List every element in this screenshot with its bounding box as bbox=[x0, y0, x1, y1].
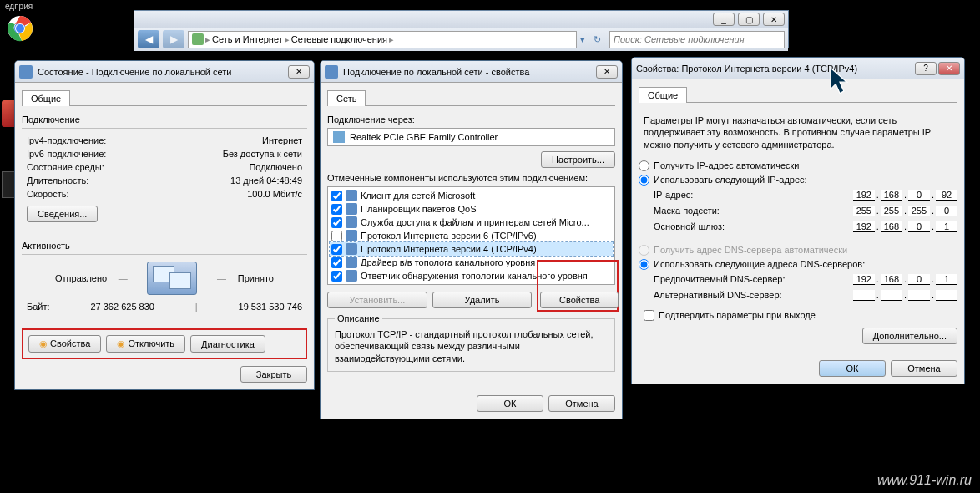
mask-label: Маска подсети: bbox=[654, 206, 720, 216]
ipv4-window: Свойства: Протокол Интернета версии 4 (T… bbox=[631, 57, 965, 384]
cursor-icon bbox=[829, 67, 851, 95]
list-item[interactable]: Клиент для сетей Microsoft bbox=[330, 189, 613, 202]
close-button[interactable]: ✕ bbox=[288, 65, 310, 79]
sent-label: Отправлено bbox=[22, 273, 107, 283]
radio-use-ip[interactable]: Использовать следующий IP-адрес: bbox=[639, 173, 957, 187]
highlight-box: Свойства bbox=[537, 260, 619, 312]
network-icon bbox=[19, 65, 33, 79]
mask-input[interactable]: ... bbox=[853, 206, 957, 216]
chrome-icon[interactable] bbox=[7, 15, 33, 42]
highlight-box: ◉ Свойства ◉ Отключить Диагностика bbox=[22, 328, 307, 359]
close-button[interactable]: ✕ bbox=[763, 13, 785, 26]
nav-back[interactable]: ◀ bbox=[138, 30, 159, 48]
conn-rows: Ipv4-подключение:ИнтернетIpv6-подключени… bbox=[22, 134, 307, 201]
disable-button[interactable]: ◉ Отключить bbox=[106, 335, 185, 353]
minimize-button[interactable]: _ bbox=[713, 13, 735, 26]
watermark: www.911-win.ru bbox=[877, 473, 972, 488]
window-title: Подключение по локальной сети - свойства bbox=[343, 67, 596, 77]
desktop-app-label: едприя bbox=[5, 2, 33, 11]
breadcrumb[interactable]: ▸ Сеть и Интернет ▸ Сетевые подключения … bbox=[188, 31, 577, 48]
explorer-window: _ ▢ ✕ ◀ ▶ ▸ Сеть и Интернет ▸ Сетевые по… bbox=[134, 10, 789, 48]
svg-point-3 bbox=[16, 24, 24, 33]
nav-fwd[interactable]: ▶ bbox=[163, 30, 184, 48]
advanced-button[interactable]: Дополнительно... bbox=[862, 328, 957, 344]
gw-label: Основной шлюз: bbox=[654, 221, 725, 231]
bytes-sent: 27 362 625 830 bbox=[90, 302, 154, 312]
radio-auto-dns: Получить адрес DNS-сервера автоматически bbox=[639, 243, 957, 257]
configure-button[interactable]: Настроить... bbox=[541, 151, 615, 168]
cancel-button[interactable]: Отмена bbox=[891, 360, 957, 377]
bytes-recv: 19 531 530 746 bbox=[239, 302, 302, 312]
description-text: Протокол TCP/IP - стандартный протокол г… bbox=[335, 328, 608, 364]
tab-general[interactable]: Общие bbox=[639, 87, 687, 103]
description-group: Описание Протокол TCP/IP - стандартный п… bbox=[327, 313, 615, 372]
network-icon bbox=[192, 33, 204, 45]
adapter-icon bbox=[333, 131, 345, 143]
cancel-button[interactable]: Отмена bbox=[548, 395, 615, 412]
radio-auto-ip[interactable]: Получить IP-адрес автоматически bbox=[639, 159, 957, 173]
close-button[interactable]: ✕ bbox=[938, 62, 960, 75]
properties-button[interactable]: ◉ Свойства bbox=[28, 335, 101, 353]
dns2-label: Альтернативный DNS-сервер: bbox=[654, 290, 782, 300]
components-label: Отмеченные компоненты используются этим … bbox=[327, 173, 615, 183]
ip-input[interactable]: ... bbox=[853, 190, 957, 201]
recv-label: Принято bbox=[238, 273, 307, 283]
ok-button[interactable]: ОК bbox=[819, 360, 886, 377]
network-icon bbox=[325, 65, 338, 79]
help-button[interactable]: ? bbox=[915, 62, 937, 75]
list-item[interactable]: Протокол Интернета версии 6 (TCP/IPv6) bbox=[330, 229, 613, 242]
close-button[interactable]: Закрыть bbox=[240, 366, 307, 383]
tab-network[interactable]: Сеть bbox=[327, 90, 366, 106]
diagnose-button[interactable]: Диагностика bbox=[190, 335, 265, 353]
tab-general[interactable]: Общие bbox=[22, 90, 70, 106]
monitors-icon bbox=[147, 262, 197, 295]
info-text: Параметры IP могут назначаться автоматич… bbox=[639, 111, 957, 159]
properties-window: Подключение по локальной сети - свойства… bbox=[320, 60, 623, 419]
dns1-input[interactable]: ... bbox=[853, 274, 957, 285]
close-button[interactable]: ✕ bbox=[596, 65, 618, 79]
adapter-field: Realtek PCIe GBE Family Controller bbox=[327, 128, 615, 146]
list-item[interactable]: Протокол Интернета версии 4 (TCP/IPv4) bbox=[330, 242, 613, 256]
dns2-input[interactable]: ... bbox=[853, 290, 957, 301]
window-title: Состояние - Подключение по локальной сет… bbox=[38, 67, 288, 77]
install-button[interactable]: Установить... bbox=[327, 292, 427, 308]
ok-button[interactable]: ОК bbox=[477, 395, 543, 412]
radio-use-dns[interactable]: Использовать следующие адреса DNS-сервер… bbox=[639, 257, 957, 272]
details-button[interactable]: Сведения... bbox=[27, 206, 98, 222]
item-properties-button[interactable]: Свойства bbox=[540, 292, 619, 308]
section-connection: Подключение bbox=[22, 114, 307, 125]
bytes-label: Байт: bbox=[27, 302, 50, 312]
window-title: Свойства: Протокол Интернета версии 4 (T… bbox=[636, 64, 915, 74]
list-item[interactable]: Планировщик пакетов QoS bbox=[330, 202, 613, 216]
remove-button[interactable]: Удалить bbox=[432, 292, 533, 308]
gw-input[interactable]: ... bbox=[853, 221, 957, 232]
connect-via-label: Подключение через: bbox=[327, 114, 615, 125]
dns1-label: Предпочитаемый DNS-сервер: bbox=[654, 274, 785, 284]
ip-label: IP-адрес: bbox=[654, 190, 693, 200]
maximize-button[interactable]: ▢ bbox=[738, 13, 760, 26]
search-input[interactable] bbox=[609, 31, 785, 48]
status-window: Состояние - Подключение по локальной сет… bbox=[14, 60, 315, 390]
confirm-checkbox[interactable]: Подтвердить параметры при выходе bbox=[644, 310, 957, 321]
section-activity: Активность bbox=[22, 241, 307, 251]
list-item[interactable]: Служба доступа к файлам и принтерам сете… bbox=[330, 216, 613, 229]
